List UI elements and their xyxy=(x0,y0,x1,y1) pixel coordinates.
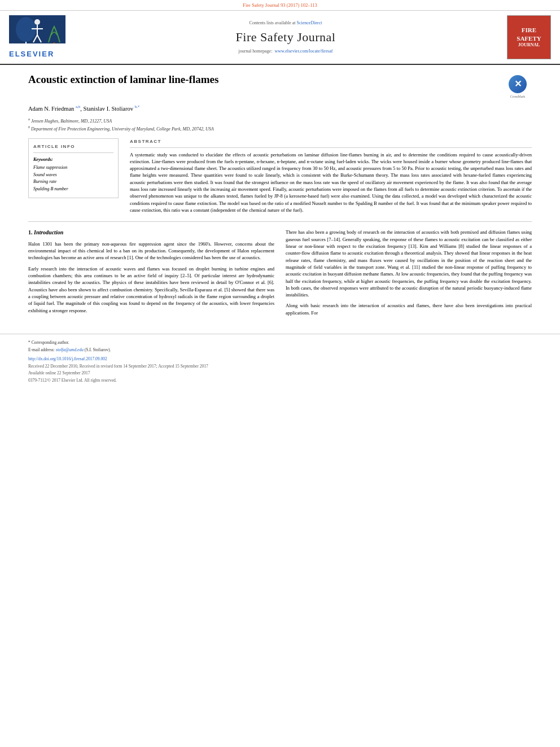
abstract-label: ABSTRACT xyxy=(130,138,532,147)
abstract-text: A systematic study was conducted to eluc… xyxy=(130,151,532,214)
authors: Adam N. Friedman a,b, Stanislav I. Stoli… xyxy=(28,104,532,113)
intro-section-title: 1. Introduction xyxy=(28,229,274,237)
journal-header-center: Contents lists available at ScienceDirec… xyxy=(71,20,500,54)
intro-para-4: Along with basic research into the inter… xyxy=(286,302,532,316)
keyword-3: Burning rate xyxy=(33,178,113,186)
footnote-corresponding: * Corresponding author. xyxy=(28,340,532,346)
section-number: 1. xyxy=(28,229,34,235)
article-title-section: Acoustic extinction of laminar line-flam… xyxy=(28,73,532,99)
fire-safety-badge: FIRE SAFETY JOURNAL xyxy=(507,15,551,59)
section-divider xyxy=(28,221,532,222)
badge-fire: FIRE xyxy=(522,26,536,34)
journal-title: Fire Safety Journal xyxy=(71,29,500,46)
crossmark-circle: ✕ xyxy=(509,75,527,93)
affiliation-a: a Jensen Hughes, Baltimore, MD, 21227, U… xyxy=(28,117,532,124)
affiliation-b: b Department of Fire Protection Engineer… xyxy=(28,125,532,132)
homepage-line: journal homepage: www.elsevier.com/locat… xyxy=(71,48,500,54)
body-col-right: There has also been a growing body of re… xyxy=(286,229,532,320)
article-info-abstract: ARTICLE INFO Keywords: Flame suppression… xyxy=(28,138,532,213)
doi-link[interactable]: http://dx.doi.org/10.1016/j.firesaf.2017… xyxy=(28,356,107,361)
intro-para-1: Halon 1301 has been the primary non-aque… xyxy=(28,241,274,261)
available-line: Available online 22 September 2017 xyxy=(28,370,532,377)
badge-safety: SAFETY xyxy=(517,34,541,42)
intro-para-3: There has also been a growing body of re… xyxy=(286,229,532,298)
footer-area: * Corresponding author. E-mail address: … xyxy=(0,334,560,387)
crossmark-badge: ✕ CrossMark xyxy=(504,75,532,99)
article-info-box: ARTICLE INFO Keywords: Flame suppression… xyxy=(28,138,119,198)
journal-homepage-link[interactable]: www.elsevier.com/locate/firesaf xyxy=(274,49,333,54)
journal-badge-area: FIRE SAFETY JOURNAL xyxy=(500,15,551,59)
top-bar: Fire Safety Journal 93 (2017) 102–113 xyxy=(0,0,560,11)
journal-header: ELSEVIER Contents lists available at Sci… xyxy=(0,11,560,65)
elsevier-logo: ELSEVIER xyxy=(9,15,71,59)
doi-line[interactable]: http://dx.doi.org/10.1016/j.firesaf.2017… xyxy=(28,356,532,362)
svg-point-3 xyxy=(34,19,40,25)
keywords-label: Keywords: xyxy=(33,156,113,163)
contents-line: Contents lists available at ScienceDirec… xyxy=(71,20,500,26)
keyword-1: Flame suppression xyxy=(33,164,113,172)
abstract-col: ABSTRACT A systematic study was conducte… xyxy=(130,138,532,213)
elsevier-tree-svg xyxy=(9,15,65,49)
intro-para-2: Early research into the interaction of a… xyxy=(28,265,274,314)
received-line: Received 22 December 2016; Received in r… xyxy=(28,364,532,370)
sciencedirect-link[interactable]: ScienceDirect xyxy=(297,20,322,25)
affiliations: a Jensen Hughes, Baltimore, MD, 21227, U… xyxy=(28,117,532,132)
copyright-line: 0379-7112/© 2017 Elsevier Ltd. All right… xyxy=(28,378,532,384)
article-info-label: ARTICLE INFO xyxy=(33,143,113,152)
crossmark-text: CrossMark xyxy=(510,94,526,99)
elsevier-logo-area: ELSEVIER xyxy=(9,15,71,59)
article-info-col: ARTICLE INFO Keywords: Flame suppression… xyxy=(28,138,119,213)
body-col-left: 1. Introduction Halon 1301 has been the … xyxy=(28,229,274,320)
footnote-email-line: E-mail address: stolfa@umd.edu (S.I. Sto… xyxy=(28,347,532,353)
elsevier-text: ELSEVIER xyxy=(9,49,54,59)
article-title: Acoustic extinction of laminar line-flam… xyxy=(28,73,498,87)
section-title-text: Introduction xyxy=(34,229,63,235)
body-content: 1. Introduction Halon 1301 has been the … xyxy=(28,229,532,320)
keywords-list: Flame suppression Sound waves Burning ra… xyxy=(33,164,113,193)
footnote-email: stolfa@umd.edu xyxy=(56,347,84,352)
keyword-2: Sound waves xyxy=(33,172,113,179)
journal-citation: Fire Safety Journal 93 (2017) 102–113 xyxy=(243,2,317,8)
article-content: Acoustic extinction of laminar line-flam… xyxy=(0,65,560,328)
badge-journal: JOURNAL xyxy=(518,42,540,48)
keyword-4: Spalding B number xyxy=(33,186,113,193)
